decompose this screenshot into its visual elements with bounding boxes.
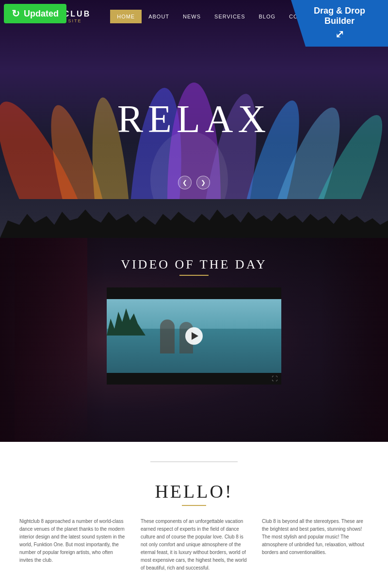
dnd-line2: Builder <box>299 16 380 26</box>
fullscreen-icon[interactable]: ⛶ <box>272 375 277 382</box>
hello-col-1: Nightclub 8 approached a number of world… <box>19 518 126 572</box>
nav-about[interactable]: ABOUT <box>142 10 176 23</box>
refresh-icon: ↻ <box>12 8 20 19</box>
dnd-arrows-icon: ⤢ <box>299 28 380 41</box>
person1 <box>160 319 175 353</box>
hero-title: RELAX <box>117 97 271 141</box>
hello-top-deco <box>0 461 388 476</box>
hello-title: HELLO! <box>155 481 233 502</box>
video-bottom-bar: ⛶ <box>107 373 281 385</box>
video-trees <box>107 302 146 336</box>
slider-next-button[interactable]: ❯ <box>196 176 210 189</box>
dnd-line1: Drag & Drop <box>299 6 380 16</box>
crowd-silhouette <box>0 194 388 238</box>
nav-home[interactable]: HOME <box>110 10 142 23</box>
svg-point-8 <box>283 107 388 199</box>
dnd-badge: Drag & Drop Builder ⤢ <box>291 0 388 47</box>
video-top-bar <box>107 287 281 299</box>
slider-prev-button[interactable]: ❮ <box>178 176 192 189</box>
nav-news[interactable]: NEWS <box>176 10 208 23</box>
play-triangle-icon <box>192 332 198 340</box>
svg-point-1 <box>39 100 127 199</box>
hello-col-3: Club 8 is beyond all the stereotypes. Th… <box>262 518 369 572</box>
updated-badge: ↻ Updated <box>4 4 66 23</box>
video-title-underline <box>179 275 209 276</box>
video-section: VIDEO OF THE DAY ⛶ <box>0 238 388 442</box>
svg-point-0 <box>0 91 118 199</box>
video-content <box>107 299 281 373</box>
nav-services[interactable]: SERVICES <box>208 10 252 23</box>
play-button[interactable] <box>185 327 203 345</box>
video-section-title: VIDEO OF THE DAY <box>121 257 267 272</box>
video-player[interactable]: ⛶ <box>107 287 281 385</box>
video-sky <box>107 299 281 329</box>
slider-controls: ❮ ❯ <box>178 176 210 189</box>
hello-col-2: These components of an unforgettable vac… <box>141 518 247 572</box>
updated-label: Updated <box>24 9 59 19</box>
nav-blog[interactable]: BLOG <box>252 10 283 23</box>
hello-columns: Nightclub 8 approached a number of world… <box>0 518 388 572</box>
hello-section: HELLO! Nightclub 8 approached a number o… <box>0 442 388 587</box>
main-nav: HOME ABOUT NEWS SERVICES BLOG CONTACT <box>110 10 324 23</box>
hello-underline <box>182 505 206 506</box>
